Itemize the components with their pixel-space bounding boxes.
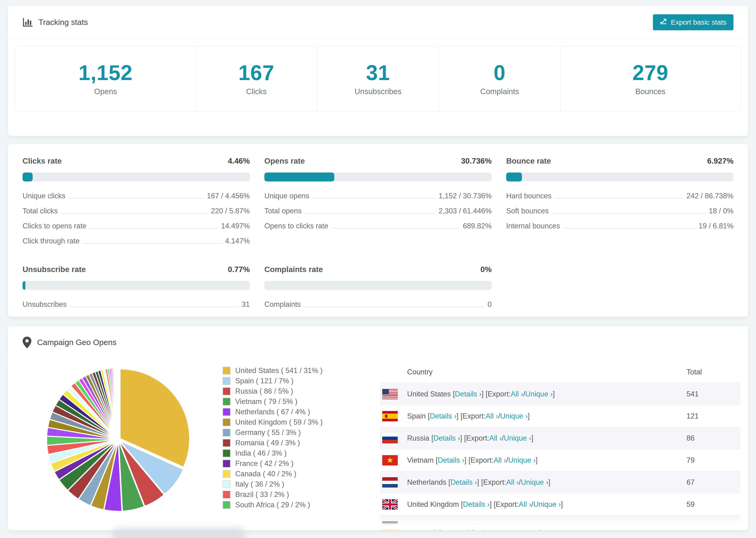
legend-swatch-icon [223,418,231,426]
legend-item[interactable]: Vietnam ( 79 / 5% ) [223,397,363,407]
export-button-label: Export basic stats [671,18,727,26]
bracket-text: ] [553,390,555,398]
rate-row-value: 0 [488,300,492,309]
export-all-link[interactable]: All › [486,412,498,420]
export-all-link[interactable]: All › [511,390,523,398]
legend-label: Brazil ( 33 / 2% ) [235,490,289,499]
stat-value: 1,152 [79,62,133,83]
details-link[interactable]: Details › [441,522,468,531]
legend-swatch-icon [223,491,231,499]
legend-label: South Africa ( 29 / 2% ) [235,501,310,509]
rate-head: Unsubscribe rate0.77% [23,265,250,274]
total-value: 541 [686,390,740,398]
export-unique-link[interactable]: Unique › [508,456,536,464]
rate-row: Complaints0 [264,297,492,312]
rate-row-label: Total clicks [23,207,58,215]
legend-item[interactable]: United States ( 541 / 31% ) [223,365,363,376]
rate-row-label: Click through rate [23,237,80,245]
legend-item[interactable]: South Africa ( 29 / 2% ) [223,500,363,510]
legend-label: France ( 42 / 2% ) [235,459,294,468]
progress-bar [264,281,492,290]
summary-stats: 1,152Opens167Clicks31Unsubscribes0Compla… [16,46,740,112]
export-unique-link[interactable]: Unique › [521,478,548,487]
rate-panel-unsubscribe-rate: Unsubscribe rate0.77%Unsubscribes31 [23,265,250,312]
tracking-stats-card: Tracking stats Export basic stats 1,152O… [8,6,748,136]
export-unique-link[interactable]: Unique › [504,434,531,443]
rate-row: Unsubscribes31 [23,297,250,312]
stat-value: 31 [366,62,390,83]
legend-label: Spain ( 121 / 7% ) [235,377,294,385]
bracket-text: ] [527,412,530,420]
legend-item[interactable]: Netherlands ( 67 / 4% ) [223,407,363,417]
dotted-leader [83,243,222,243]
rates-grid: Clicks rate4.46%Unique clicks167 / 4.456… [23,157,733,312]
details-link[interactable]: Details › [463,500,490,509]
country-name: United States [ [407,390,455,398]
geo-pie-chart[interactable] [45,366,191,513]
details-link[interactable]: Details › [450,478,477,487]
legend-label: Netherlands ( 67 / 4% ) [235,408,310,416]
dotted-leader [61,213,208,214]
rate-title: Bounce rate [506,157,551,166]
legend-swatch-icon [223,459,231,467]
rate-row-label: Opens to clicks rate [264,222,328,230]
export-all-link[interactable]: All › [519,500,531,509]
legend-label: Romania ( 49 / 3% ) [235,439,300,447]
legend-item[interactable]: Canada ( 40 / 2% ) [223,469,363,479]
bracket-text: ] [561,500,563,509]
rate-row: Soft bounces18 / 0% [506,203,733,219]
dotted-leader [90,228,218,229]
rate-title: Clicks rate [23,157,62,166]
dotted-leader [552,213,706,214]
legend-swatch-icon [223,377,231,385]
legend-item[interactable]: Italy ( 36 / 2% ) [223,479,363,489]
us-flag-icon [382,389,398,399]
export-all-link[interactable]: All › [497,522,509,531]
geo-table-header: Country Total [380,363,740,383]
de-flag-icon [382,521,398,531]
legend-item[interactable]: Brazil ( 33 / 2% ) [223,489,363,500]
stat-bounces: 279Bounces [561,46,740,112]
rate-row-label: Total opens [264,207,302,215]
rate-row-label: Unique clicks [23,192,66,200]
legend-item[interactable]: Germany ( 55 / 3% ) [223,427,363,438]
legend-item[interactable]: Romania ( 49 / 3% ) [223,438,363,448]
details-link[interactable]: Details › [430,412,457,420]
rate-row-value: 31 [242,300,250,309]
total-value: 55 [686,522,740,531]
legend-item[interactable]: France ( 42 / 2% ) [223,458,363,469]
table-row: ★Vietnam [Details ›] [Export: All › / Un… [380,449,740,471]
export-unique-link[interactable]: Unique › [512,522,539,531]
rate-row-value: 689.82% [463,222,492,230]
dotted-leader [563,228,695,229]
column-header-country: Country [407,368,433,376]
stat-value: 167 [238,62,274,83]
details-link[interactable]: Details › [455,390,482,398]
export-unique-link[interactable]: Unique › [500,412,527,420]
export-unique-link[interactable]: Unique › [525,390,553,398]
legend-item[interactable]: United Kingdom ( 59 / 3% ) [223,417,363,427]
export-basic-stats-button[interactable]: Export basic stats [653,14,733,30]
bracket-text: ] [Export: [457,412,486,420]
legend-item[interactable]: Spain ( 121 / 7% ) [223,376,363,386]
legend-label: India ( 46 / 3% ) [235,449,287,457]
bracket-text: ] [Export: [460,434,489,443]
export-unique-link[interactable]: Unique › [533,500,561,509]
rate-rows: Hard bounces242 / 86.738%Soft bounces18 … [506,188,733,234]
bracket-text: ] [Export: [482,390,511,398]
legend-item[interactable]: India ( 46 / 3% ) [223,448,363,458]
export-all-link[interactable]: All › [489,434,502,443]
details-link[interactable]: Details › [438,456,464,464]
country-name: Spain [ [407,412,430,420]
legend-item[interactable]: Russia ( 86 / 5% ) [223,386,363,397]
export-all-link[interactable]: All › [494,456,506,464]
export-all-link[interactable]: All › [506,478,519,487]
map-pin-icon [23,337,31,348]
rate-rows: Unsubscribes31 [23,297,250,312]
details-link[interactable]: Details › [433,434,460,443]
progress-bar [506,173,733,182]
legend-swatch-icon [223,470,231,478]
stat-label: Unsubscribes [354,87,402,96]
legend-label: Russia ( 86 / 5% ) [235,387,293,396]
dotted-leader [332,228,459,229]
